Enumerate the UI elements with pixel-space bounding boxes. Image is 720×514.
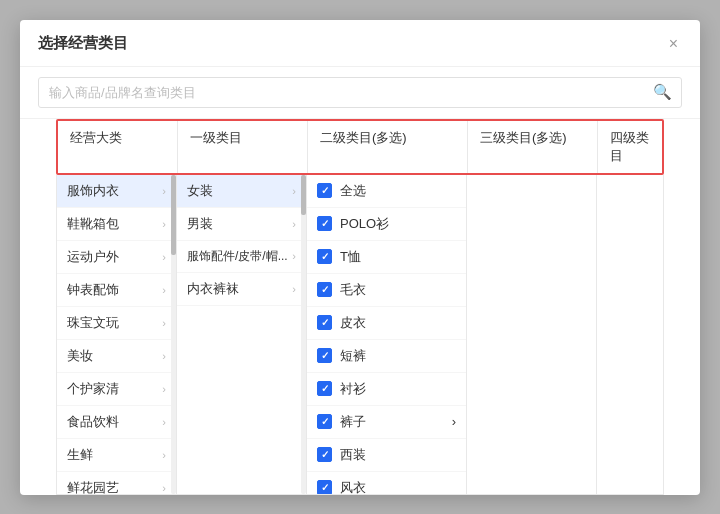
list-item[interactable]: 生鲜› (57, 439, 176, 472)
col4-panel (467, 175, 597, 494)
arrow-icon: › (162, 350, 166, 362)
arrow-icon: › (292, 185, 296, 197)
checkbox-item[interactable]: 风衣 (307, 472, 466, 494)
col-header-cat1: 经营大类 (58, 121, 178, 173)
checkbox-item-all[interactable]: 全选 (307, 175, 466, 208)
checkbox-icon (317, 348, 332, 363)
arrow-icon: › (292, 218, 296, 230)
list-item[interactable]: 美妆› (57, 340, 176, 373)
checkbox-item[interactable]: 皮衣 (307, 307, 466, 340)
search-icon: 🔍 (653, 83, 672, 101)
scrollbar-thumb[interactable] (301, 175, 306, 215)
search-input[interactable] (38, 77, 682, 108)
checkbox-icon (317, 414, 332, 429)
list-item[interactable]: 钟表配饰› (57, 274, 176, 307)
col-header-cat4: 三级类目(多选) (468, 121, 598, 173)
arrow-icon: › (292, 250, 296, 262)
checkbox-icon (317, 282, 332, 297)
arrow-icon: › (162, 416, 166, 428)
list-item[interactable]: 食品饮料› (57, 406, 176, 439)
checkbox-icon (317, 249, 332, 264)
checkbox-icon (317, 480, 332, 494)
col2-panel: 女装› 男装› 服饰配件/皮带/帽...› 内衣裤袜› (177, 175, 307, 494)
list-item[interactable]: 服饰配件/皮带/帽...› (177, 241, 306, 273)
scrollbar-track (171, 175, 176, 494)
list-item[interactable]: 服饰内衣› (57, 175, 176, 208)
checkbox-item[interactable]: 西装 (307, 439, 466, 472)
checkbox-item[interactable]: 毛衣 (307, 274, 466, 307)
checkbox-icon (317, 315, 332, 330)
arrow-icon: › (292, 283, 296, 295)
arrow-icon: › (452, 414, 456, 429)
list-item[interactable]: 女装› (177, 175, 306, 208)
checkbox-icon (317, 447, 332, 462)
arrow-icon: › (162, 218, 166, 230)
col5-panel (597, 175, 663, 494)
col-header-cat2: 一级类目 (178, 121, 308, 173)
checkbox-item[interactable]: 衬衫 (307, 373, 466, 406)
list-item[interactable]: 鞋靴箱包› (57, 208, 176, 241)
arrow-icon: › (162, 383, 166, 395)
table-header: 经营大类 一级类目 二级类目(多选) 三级类目(多选) 四级类目 (56, 119, 664, 175)
checkbox-icon (317, 183, 332, 198)
content-area: 服饰内衣› 鞋靴箱包› 运动户外› 钟表配饰› 珠宝文玩› 美妆› 个护家清› … (56, 175, 664, 495)
checkbox-item-pants[interactable]: 裤子› (307, 406, 466, 439)
dialog-header: 选择经营类目 × (20, 20, 700, 67)
col-header-cat3: 二级类目(多选) (308, 121, 468, 173)
scrollbar-thumb[interactable] (171, 175, 176, 255)
dialog: 选择经营类目 × 🔍 经营大类 一级类目 二级类目(多选) 三级类目(多选) 四… (20, 20, 700, 495)
arrow-icon: › (162, 185, 166, 197)
arrow-icon: › (162, 449, 166, 461)
list-item[interactable]: 男装› (177, 208, 306, 241)
list-item[interactable]: 内衣裤袜› (177, 273, 306, 306)
scrollbar-track (301, 175, 306, 494)
checkbox-icon (317, 381, 332, 396)
list-item[interactable]: 运动户外› (57, 241, 176, 274)
list-item[interactable]: 珠宝文玩› (57, 307, 176, 340)
checkbox-item[interactable]: T恤 (307, 241, 466, 274)
arrow-icon: › (162, 251, 166, 263)
checkbox-item[interactable]: POLO衫 (307, 208, 466, 241)
checkbox-icon (317, 216, 332, 231)
list-item[interactable]: 个护家清› (57, 373, 176, 406)
checkbox-item[interactable]: 短裤 (307, 340, 466, 373)
dialog-title: 选择经营类目 (38, 34, 128, 53)
arrow-icon: › (162, 317, 166, 329)
search-bar: 🔍 (20, 67, 700, 119)
close-button[interactable]: × (665, 34, 682, 54)
list-item[interactable]: 鲜花园艺› (57, 472, 176, 494)
arrow-icon: › (162, 482, 166, 494)
col3-panel: 全选 POLO衫 T恤 毛衣 皮衣 短裤 衬衫 裤子› 西装 风衣 马夹 (307, 175, 467, 494)
col-header-cat5: 四级类目 (598, 121, 662, 173)
col1-panel: 服饰内衣› 鞋靴箱包› 运动户外› 钟表配饰› 珠宝文玩› 美妆› 个护家清› … (57, 175, 177, 494)
arrow-icon: › (162, 284, 166, 296)
